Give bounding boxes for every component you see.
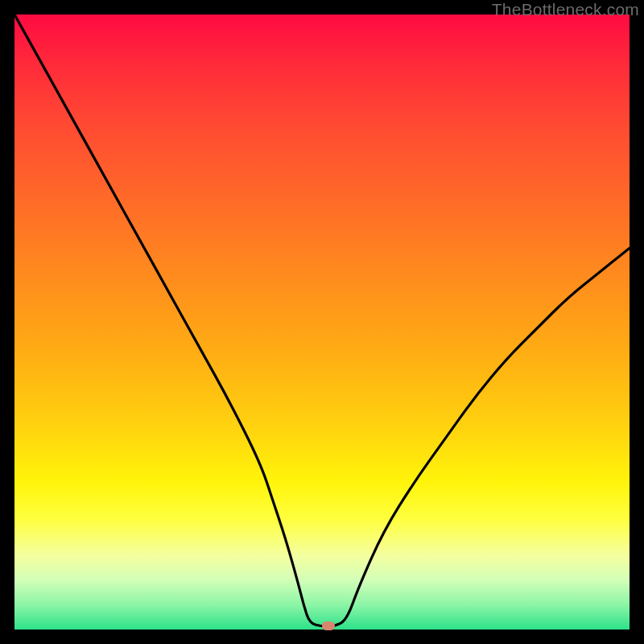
chart-frame: TheBottleneck.com [0, 0, 644, 644]
bottleneck-curve [14, 14, 630, 630]
optimal-point-marker [322, 621, 335, 630]
plot-area [14, 14, 630, 630]
watermark-text: TheBottleneck.com [492, 0, 639, 19]
